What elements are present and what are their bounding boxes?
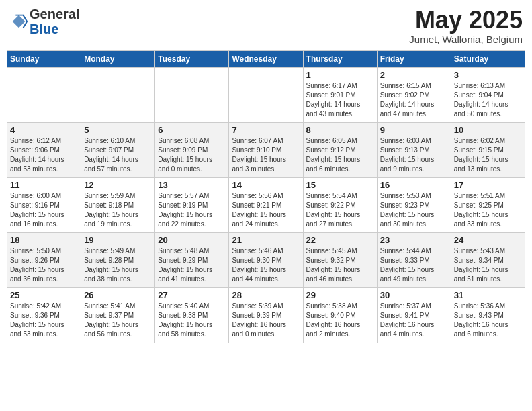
day-number: 12 — [84, 180, 152, 190]
calendar-cell: 16Sunrise: 5:53 AM Sunset: 9:23 PM Dayli… — [377, 177, 451, 232]
calendar-cell: 12Sunrise: 5:59 AM Sunset: 9:18 PM Dayli… — [81, 177, 155, 232]
day-detail: Sunrise: 6:02 AM Sunset: 9:15 PM Dayligh… — [454, 136, 522, 174]
day-detail: Sunrise: 6:13 AM Sunset: 9:04 PM Dayligh… — [454, 81, 522, 119]
weekday-header-row: Sunday Monday Tuesday Wednesday Thursday… — [7, 50, 525, 67]
header-friday: Friday — [377, 50, 451, 67]
day-number: 6 — [158, 125, 226, 135]
calendar-cell: 8Sunrise: 6:05 AM Sunset: 9:12 PM Daylig… — [303, 122, 377, 177]
calendar-cell: 27Sunrise: 5:40 AM Sunset: 9:38 PM Dayli… — [155, 287, 229, 342]
calendar-cell: 23Sunrise: 5:44 AM Sunset: 9:33 PM Dayli… — [377, 232, 451, 287]
day-number: 10 — [454, 125, 522, 135]
calendar-cell: 2Sunrise: 6:15 AM Sunset: 9:02 PM Daylig… — [377, 67, 451, 122]
header-saturday: Saturday — [451, 50, 525, 67]
calendar-body: 1Sunrise: 6:17 AM Sunset: 9:01 PM Daylig… — [7, 67, 525, 342]
day-detail: Sunrise: 5:44 AM Sunset: 9:33 PM Dayligh… — [380, 246, 448, 284]
calendar-cell: 21Sunrise: 5:46 AM Sunset: 9:30 PM Dayli… — [229, 232, 303, 287]
day-number: 8 — [306, 125, 374, 135]
day-detail: Sunrise: 5:48 AM Sunset: 9:29 PM Dayligh… — [158, 246, 226, 284]
day-detail: Sunrise: 6:17 AM Sunset: 9:01 PM Dayligh… — [306, 81, 374, 119]
header-sunday: Sunday — [7, 50, 81, 67]
day-detail: Sunrise: 6:08 AM Sunset: 9:09 PM Dayligh… — [158, 136, 226, 174]
calendar-cell: 19Sunrise: 5:49 AM Sunset: 9:28 PM Dayli… — [81, 232, 155, 287]
header-monday: Monday — [81, 50, 155, 67]
page-header: General Blue May 2025 Jumet, Wallonia, B… — [7, 7, 525, 45]
day-detail: Sunrise: 5:45 AM Sunset: 9:32 PM Dayligh… — [306, 246, 374, 284]
day-detail: Sunrise: 5:39 AM Sunset: 9:39 PM Dayligh… — [232, 302, 300, 339]
day-number: 13 — [158, 180, 226, 190]
logo: General Blue — [9, 7, 79, 36]
day-detail: Sunrise: 6:00 AM Sunset: 9:16 PM Dayligh… — [10, 191, 78, 229]
day-detail: Sunrise: 5:46 AM Sunset: 9:30 PM Dayligh… — [232, 246, 300, 284]
calendar-cell: 4Sunrise: 6:12 AM Sunset: 9:06 PM Daylig… — [7, 122, 81, 177]
day-number: 22 — [306, 235, 374, 245]
day-number: 14 — [232, 180, 300, 190]
calendar-cell: 15Sunrise: 5:54 AM Sunset: 9:22 PM Dayli… — [303, 177, 377, 232]
day-number: 21 — [232, 235, 300, 245]
day-number: 19 — [84, 235, 152, 245]
calendar-cell: 26Sunrise: 5:41 AM Sunset: 9:37 PM Dayli… — [81, 287, 155, 342]
calendar-cell: 30Sunrise: 5:37 AM Sunset: 9:41 PM Dayli… — [377, 287, 451, 342]
day-number: 1 — [306, 70, 374, 80]
calendar-week-1: 1Sunrise: 6:17 AM Sunset: 9:01 PM Daylig… — [7, 67, 525, 122]
calendar-cell: 14Sunrise: 5:56 AM Sunset: 9:21 PM Dayli… — [229, 177, 303, 232]
title-block: May 2025 Jumet, Wallonia, Belgium — [409, 7, 523, 45]
day-number: 24 — [454, 235, 522, 245]
calendar-cell: 13Sunrise: 5:57 AM Sunset: 9:19 PM Dayli… — [155, 177, 229, 232]
calendar-cell: 17Sunrise: 5:51 AM Sunset: 9:25 PM Dayli… — [451, 177, 525, 232]
logo-icon — [9, 12, 28, 31]
header-tuesday: Tuesday — [155, 50, 229, 67]
calendar-cell: 20Sunrise: 5:48 AM Sunset: 9:29 PM Dayli… — [155, 232, 229, 287]
day-number: 18 — [10, 235, 78, 245]
day-number: 23 — [380, 235, 448, 245]
day-detail: Sunrise: 6:12 AM Sunset: 9:06 PM Dayligh… — [10, 136, 78, 174]
calendar-cell: 5Sunrise: 6:10 AM Sunset: 9:07 PM Daylig… — [81, 122, 155, 177]
day-detail: Sunrise: 5:56 AM Sunset: 9:21 PM Dayligh… — [232, 191, 300, 229]
day-detail: Sunrise: 5:50 AM Sunset: 9:26 PM Dayligh… — [10, 246, 78, 284]
day-detail: Sunrise: 6:03 AM Sunset: 9:13 PM Dayligh… — [380, 136, 448, 174]
day-detail: Sunrise: 5:57 AM Sunset: 9:19 PM Dayligh… — [158, 191, 226, 229]
day-number: 4 — [10, 125, 78, 135]
day-number: 3 — [454, 70, 522, 80]
day-number: 2 — [380, 70, 448, 80]
day-number: 16 — [380, 180, 448, 190]
calendar-cell: 7Sunrise: 6:07 AM Sunset: 9:10 PM Daylig… — [229, 122, 303, 177]
calendar-cell — [155, 67, 229, 122]
calendar-cell — [7, 67, 81, 122]
day-detail: Sunrise: 5:38 AM Sunset: 9:40 PM Dayligh… — [306, 302, 374, 339]
day-detail: Sunrise: 5:36 AM Sunset: 9:43 PM Dayligh… — [454, 302, 522, 339]
day-number: 9 — [380, 125, 448, 135]
day-number: 28 — [232, 290, 300, 300]
day-number: 15 — [306, 180, 374, 190]
header-thursday: Thursday — [303, 50, 377, 67]
calendar-cell: 25Sunrise: 5:42 AM Sunset: 9:36 PM Dayli… — [7, 287, 81, 342]
calendar-cell: 31Sunrise: 5:36 AM Sunset: 9:43 PM Dayli… — [451, 287, 525, 342]
day-detail: Sunrise: 6:15 AM Sunset: 9:02 PM Dayligh… — [380, 81, 448, 119]
day-detail: Sunrise: 5:51 AM Sunset: 9:25 PM Dayligh… — [454, 191, 522, 229]
day-number: 27 — [158, 290, 226, 300]
day-detail: Sunrise: 6:10 AM Sunset: 9:07 PM Dayligh… — [84, 136, 152, 174]
calendar-cell: 18Sunrise: 5:50 AM Sunset: 9:26 PM Dayli… — [7, 232, 81, 287]
day-number: 11 — [10, 180, 78, 190]
day-detail: Sunrise: 5:54 AM Sunset: 9:22 PM Dayligh… — [306, 191, 374, 229]
day-detail: Sunrise: 5:41 AM Sunset: 9:37 PM Dayligh… — [84, 302, 152, 339]
calendar-table: Sunday Monday Tuesday Wednesday Thursday… — [7, 50, 525, 343]
calendar-week-5: 25Sunrise: 5:42 AM Sunset: 9:36 PM Dayli… — [7, 287, 525, 342]
logo-general-text: General — [30, 7, 79, 21]
day-detail: Sunrise: 5:59 AM Sunset: 9:18 PM Dayligh… — [84, 191, 152, 229]
calendar-cell: 24Sunrise: 5:43 AM Sunset: 9:34 PM Dayli… — [451, 232, 525, 287]
day-detail: Sunrise: 6:07 AM Sunset: 9:10 PM Dayligh… — [232, 136, 300, 174]
header-wednesday: Wednesday — [229, 50, 303, 67]
day-detail: Sunrise: 5:49 AM Sunset: 9:28 PM Dayligh… — [84, 246, 152, 284]
day-detail: Sunrise: 5:40 AM Sunset: 9:38 PM Dayligh… — [158, 302, 226, 339]
day-number: 29 — [306, 290, 374, 300]
calendar-cell: 6Sunrise: 6:08 AM Sunset: 9:09 PM Daylig… — [155, 122, 229, 177]
calendar-cell: 9Sunrise: 6:03 AM Sunset: 9:13 PM Daylig… — [377, 122, 451, 177]
day-number: 31 — [454, 290, 522, 300]
month-title: May 2025 — [409, 7, 523, 34]
day-detail: Sunrise: 5:53 AM Sunset: 9:23 PM Dayligh… — [380, 191, 448, 229]
calendar-week-4: 18Sunrise: 5:50 AM Sunset: 9:26 PM Dayli… — [7, 232, 525, 287]
calendar-cell — [81, 67, 155, 122]
calendar-cell: 29Sunrise: 5:38 AM Sunset: 9:40 PM Dayli… — [303, 287, 377, 342]
day-number: 7 — [232, 125, 300, 135]
day-number: 30 — [380, 290, 448, 300]
